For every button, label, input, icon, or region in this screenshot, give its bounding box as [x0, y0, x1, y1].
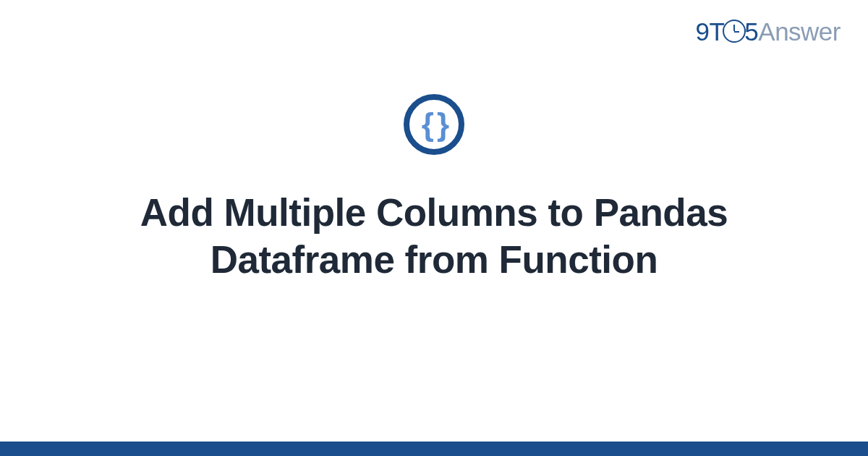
logo-text-answer: Answer: [758, 17, 841, 46]
site-logo: 9T5Answer: [695, 17, 841, 46]
braces-glyph: { }: [422, 109, 446, 140]
code-braces-icon: { }: [404, 94, 464, 155]
clock-icon: [723, 20, 746, 43]
bottom-accent-bar: [0, 442, 868, 456]
logo-text-9t: 9T: [695, 17, 724, 46]
logo-text-5: 5: [744, 17, 758, 46]
page-title: Add Multiple Columns to Pandas Dataframe…: [72, 190, 796, 283]
main-content: { } Add Multiple Columns to Pandas Dataf…: [0, 94, 868, 283]
